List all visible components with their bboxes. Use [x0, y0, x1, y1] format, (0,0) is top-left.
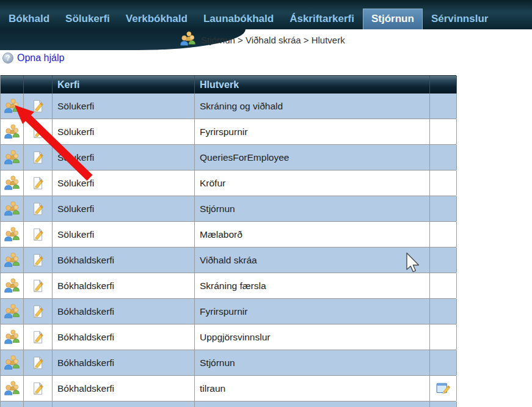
- table-row[interactable]: Sölukerfi Fyrirspurnir: [1, 119, 456, 145]
- action-cell[interactable]: [430, 376, 457, 401]
- edit-document-icon[interactable]: [31, 356, 45, 370]
- users-cell[interactable]: [1, 273, 24, 298]
- users-icon[interactable]: [4, 175, 21, 191]
- kerfi-cell: Bókhaldskerfi: [53, 376, 195, 401]
- help-icon: ?: [2, 53, 13, 64]
- edit-document-icon[interactable]: [31, 305, 45, 318]
- action-cell[interactable]: [430, 299, 457, 324]
- users-cell[interactable]: [1, 350, 24, 375]
- edit-cell[interactable]: [24, 376, 53, 401]
- users-cell[interactable]: [1, 94, 24, 119]
- edit-cell[interactable]: [24, 402, 53, 407]
- users-cell[interactable]: [1, 299, 24, 324]
- table-row[interactable]: Sölukerfi QueriesForEmployee: [1, 145, 456, 170]
- edit-cell[interactable]: [24, 222, 53, 247]
- table-row[interactable]: Bókhaldskerfi tilraun: [1, 376, 456, 402]
- form-edit-icon[interactable]: [436, 382, 451, 395]
- edit-document-icon[interactable]: [31, 100, 45, 113]
- open-help-link[interactable]: ? Opna hjálp: [2, 53, 64, 64]
- edit-cell[interactable]: [24, 324, 53, 350]
- users-cell[interactable]: [1, 376, 24, 401]
- users-cell[interactable]: [1, 402, 24, 407]
- breadcrumb-text: Stjórnun > Viðhald skráa > Hlutverk: [201, 35, 345, 45]
- users-icon[interactable]: [4, 277, 21, 294]
- header-edit-column: [24, 76, 53, 94]
- users-cell[interactable]: [1, 170, 24, 196]
- edit-cell[interactable]: [24, 248, 53, 273]
- users-cell[interactable]: [1, 119, 24, 144]
- users-cell[interactable]: [1, 196, 24, 221]
- nav-tab-solukerfi[interactable]: Sölukerfi: [57, 13, 118, 29]
- table-row[interactable]: Sölukerfi Skráning og viðhald: [1, 94, 456, 119]
- action-cell[interactable]: [430, 170, 457, 196]
- table-row[interactable]: Bókhaldskerfi Viðhald skráa: [1, 248, 456, 273]
- users-icon[interactable]: [4, 252, 21, 268]
- header-kerfi: Kerfi: [53, 76, 195, 94]
- edit-cell[interactable]: [24, 273, 53, 298]
- edit-cell[interactable]: [24, 170, 53, 196]
- table-row[interactable]: Bókhaldskerfi Stjórnun: [1, 350, 456, 376]
- hlutverk-cell: QueriesForEmployee: [195, 145, 430, 170]
- action-cell[interactable]: [430, 94, 457, 119]
- table-row[interactable]: [1, 402, 456, 407]
- users-icon[interactable]: [4, 226, 21, 243]
- edit-document-icon[interactable]: [31, 151, 45, 164]
- nav-tab-launabokhald[interactable]: Launabókhald: [195, 13, 282, 29]
- kerfi-cell: Bókhaldskerfi: [53, 299, 195, 324]
- edit-cell[interactable]: [24, 145, 53, 170]
- users-icon[interactable]: [4, 354, 21, 371]
- users-icon[interactable]: [4, 200, 21, 217]
- edit-document-icon[interactable]: [31, 177, 45, 190]
- users-cell[interactable]: [1, 145, 24, 170]
- users-cell[interactable]: [1, 248, 24, 273]
- edit-document-icon[interactable]: [31, 382, 45, 395]
- users-icon[interactable]: [180, 31, 197, 47]
- edit-cell[interactable]: [24, 196, 53, 221]
- edit-document-icon[interactable]: [31, 331, 45, 344]
- edit-cell[interactable]: [24, 299, 53, 324]
- nav-tab-bokhald[interactable]: Bókhald: [1, 13, 57, 29]
- table-row[interactable]: Sölukerfi Stjórnun: [1, 196, 456, 222]
- table-row[interactable]: Bókhaldskerfi Skráning færsla: [1, 273, 456, 299]
- nav-tab-askriftarkerfi[interactable]: Áskriftarkerfi: [282, 13, 362, 29]
- users-icon[interactable]: [4, 329, 21, 345]
- edit-document-icon[interactable]: [31, 254, 45, 267]
- action-cell[interactable]: [430, 273, 457, 298]
- table-row[interactable]: Bókhaldskerfi Fyrirspurnir: [1, 299, 456, 324]
- action-cell[interactable]: [430, 145, 457, 170]
- edit-document-icon[interactable]: [31, 228, 45, 241]
- hlutverk-cell: Fyrirspurnir: [195, 119, 430, 144]
- edit-cell[interactable]: [24, 94, 53, 119]
- header-action-column: [430, 76, 457, 94]
- table-row[interactable]: Bókhaldskerfi Uppgjörsvinnslur: [1, 324, 456, 350]
- kerfi-cell: Bókhaldskerfi: [53, 324, 195, 350]
- edit-cell[interactable]: [24, 350, 53, 375]
- nav-tab-stjornun[interactable]: Stjórnun: [363, 9, 423, 29]
- hlutverk-cell: Fyrirspurnir: [195, 299, 430, 324]
- nav-tab-servinnslur[interactable]: Sérvinnslur: [423, 13, 497, 29]
- kerfi-cell: [53, 402, 195, 407]
- action-cell[interactable]: [430, 324, 457, 350]
- action-cell[interactable]: [430, 350, 457, 375]
- table-row[interactable]: Sölukerfi Kröfur: [1, 170, 456, 196]
- action-cell[interactable]: [430, 222, 457, 247]
- users-icon[interactable]: [4, 149, 21, 166]
- users-cell[interactable]: [1, 222, 24, 247]
- breadcrumb[interactable]: Stjórnun > Viðhald skráa > Hlutverk: [180, 29, 345, 50]
- edit-document-icon[interactable]: [31, 202, 45, 216]
- action-cell[interactable]: [430, 196, 457, 221]
- nav-tab-verkbokhald[interactable]: Verkbókhald: [118, 13, 195, 29]
- action-cell[interactable]: [430, 402, 457, 407]
- users-cell[interactable]: [1, 324, 24, 350]
- action-cell[interactable]: [430, 248, 457, 273]
- table-row[interactable]: Sölukerfi Mælaborð: [1, 222, 456, 248]
- users-icon[interactable]: [4, 303, 21, 320]
- edit-document-icon[interactable]: [31, 279, 45, 293]
- edit-cell[interactable]: [24, 119, 53, 144]
- users-icon[interactable]: [4, 98, 21, 114]
- edit-document-icon[interactable]: [31, 125, 45, 139]
- users-icon[interactable]: [4, 380, 21, 397]
- hlutverk-cell: Mælaborð: [195, 222, 430, 247]
- users-icon[interactable]: [4, 123, 21, 140]
- action-cell[interactable]: [430, 119, 457, 144]
